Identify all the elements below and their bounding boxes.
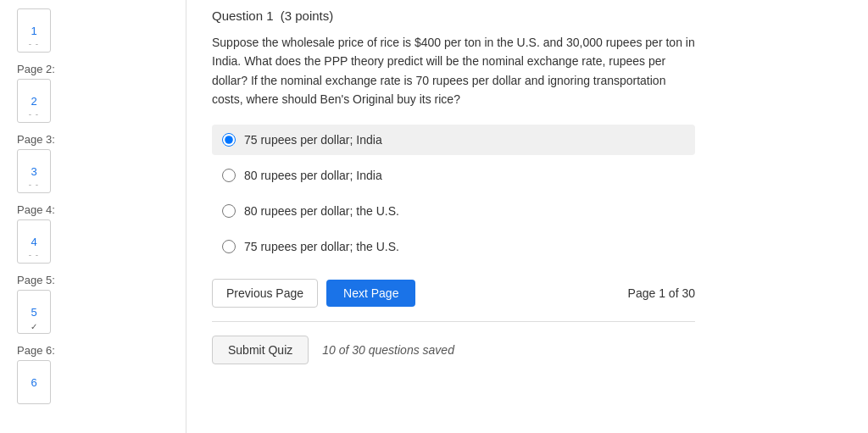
page-label-5: Page 5:	[17, 274, 169, 286]
submit-row: Submit Quiz 10 of 30 questions saved	[212, 336, 843, 364]
saved-status: 10 of 30 questions saved	[322, 343, 454, 357]
page-number-2: 2	[31, 95, 36, 108]
option-radio-2[interactable]	[222, 169, 236, 182]
page-thumb-6[interactable]: 6	[17, 360, 51, 404]
page-dash-2: - -	[29, 109, 39, 119]
page-number-4: 4	[31, 236, 36, 248]
page-group-6: Page 6: 6	[17, 344, 169, 404]
question-title: Question 1	[212, 8, 274, 23]
option-2[interactable]: 80 rupees per dollar; India	[212, 160, 695, 191]
page-label-4: Page 4:	[17, 203, 169, 216]
main-content: Question 1 (3 points) Suppose the wholes…	[186, 0, 868, 433]
page-group-5: Page 5: 5	[17, 274, 169, 334]
page-group-1: 1 - -	[17, 8, 169, 53]
page-group-4: Page 4: 4 - -	[17, 203, 169, 264]
page-thumb-5[interactable]: 5	[17, 290, 51, 334]
next-page-button[interactable]: Next Page	[326, 280, 415, 307]
page-thumb-3[interactable]: 3 - -	[17, 149, 51, 193]
page-group-3: Page 3: 3 - -	[17, 133, 169, 193]
option-3[interactable]: 80 rupees per dollar; the U.S.	[212, 196, 695, 226]
page-dash-4: - -	[29, 250, 39, 259]
page-group-2: Page 2: 2 - -	[17, 63, 169, 123]
page-label-6: Page 6:	[17, 344, 169, 357]
page-dash-1: - -	[29, 39, 39, 48]
option-radio-1[interactable]	[222, 133, 236, 147]
option-radio-4[interactable]	[222, 240, 236, 253]
page-thumb-4[interactable]: 4 - -	[17, 219, 51, 264]
section-divider	[212, 321, 695, 322]
option-label-3[interactable]: 80 rupees per dollar; the U.S.	[244, 204, 399, 218]
options-list: 75 rupees per dollar; India 80 rupees pe…	[212, 125, 695, 262]
option-label-4[interactable]: 75 rupees per dollar; the U.S.	[244, 240, 399, 253]
question-points: (3 points)	[281, 8, 334, 23]
option-4[interactable]: 75 rupees per dollar; the U.S.	[212, 231, 695, 262]
question-header: Question 1 (3 points)	[212, 8, 843, 23]
page-number-6: 6	[31, 376, 36, 389]
page-label-2: Page 2:	[17, 63, 169, 75]
page-number-5: 5	[31, 306, 36, 319]
page-indicator: Page 1 of 30	[628, 286, 695, 300]
option-label-1[interactable]: 75 rupees per dollar; India	[244, 133, 382, 147]
navigation-row: Previous Page Next Page Page 1 of 30	[212, 279, 695, 308]
page-thumb-1[interactable]: 1 - -	[17, 8, 51, 53]
page-dash-3: - -	[29, 180, 39, 189]
submit-quiz-button[interactable]: Submit Quiz	[212, 336, 309, 364]
page-number-1: 1	[31, 25, 36, 37]
page-number-3: 3	[31, 165, 36, 178]
question-body: Suppose the wholesale price of rice is $…	[212, 33, 695, 109]
option-label-2[interactable]: 80 rupees per dollar; India	[244, 169, 382, 182]
previous-page-button[interactable]: Previous Page	[212, 279, 318, 308]
sidebar: 1 - - Page 2: 2 - - Page 3: 3 - - Page 4…	[0, 0, 186, 433]
option-1[interactable]: 75 rupees per dollar; India	[212, 125, 695, 155]
page-label-3: Page 3:	[17, 133, 169, 146]
option-radio-3[interactable]	[222, 204, 236, 218]
page-thumb-2[interactable]: 2 - -	[17, 79, 51, 123]
